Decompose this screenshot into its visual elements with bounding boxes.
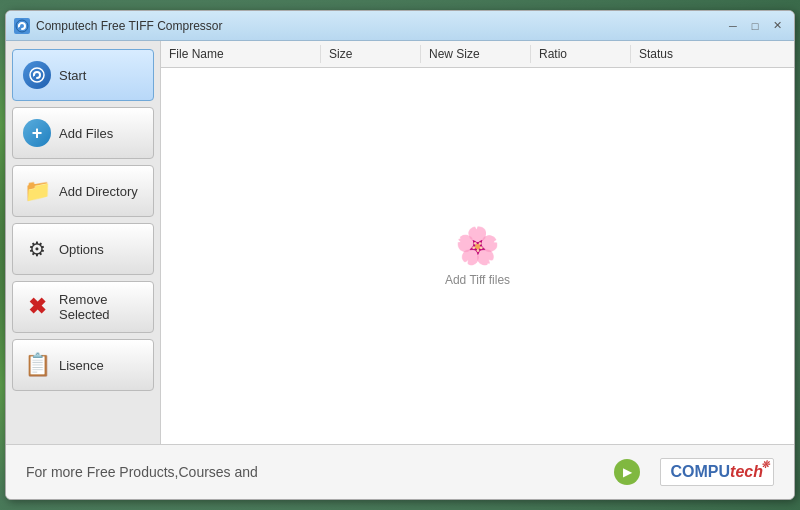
options-button[interactable]: ⚙ Options	[12, 223, 154, 275]
remove-icon: ✖	[23, 293, 51, 321]
add-directory-icon: 📁	[23, 177, 51, 205]
col-ratio-header: Ratio	[531, 45, 631, 63]
license-label: Lisence	[59, 358, 104, 373]
add-directory-button[interactable]: 📁 Add Directory	[12, 165, 154, 217]
close-button[interactable]: ✕	[768, 18, 786, 34]
add-directory-label: Add Directory	[59, 184, 138, 199]
start-button[interactable]: Start	[12, 49, 154, 101]
window-title: Computech Free TIFF Compressor	[36, 19, 724, 33]
add-files-label: Add Files	[59, 126, 113, 141]
remove-selected-button[interactable]: ✖ Remove Selected	[12, 281, 154, 333]
footer-logo: COMPUtech❊	[660, 458, 774, 486]
col-size-header: Size	[321, 45, 421, 63]
add-files-icon: +	[23, 119, 51, 147]
play-button[interactable]: ▶	[614, 459, 640, 485]
logo-compu: COMPU	[671, 463, 731, 481]
title-bar: Computech Free TIFF Compressor ─ □ ✕	[6, 11, 794, 41]
sidebar: Start + Add Files 📁 Add Directory ⚙ Opti…	[6, 41, 161, 444]
footer: For more Free Products,Courses and ▶ COM…	[6, 444, 794, 499]
footer-text: For more Free Products,Courses and	[26, 464, 594, 480]
empty-text: Add Tiff files	[445, 273, 510, 287]
license-button[interactable]: 📋 Lisence	[12, 339, 154, 391]
app-icon	[14, 18, 30, 34]
start-icon	[23, 61, 51, 89]
empty-icon: 🌸	[455, 225, 500, 267]
maximize-button[interactable]: □	[746, 18, 764, 34]
table-header: File Name Size New Size Ratio Status	[161, 41, 794, 68]
col-filename-header: File Name	[161, 45, 321, 63]
file-table-body: 🌸 Add Tiff files	[161, 68, 794, 444]
svg-point-0	[16, 20, 28, 32]
options-label: Options	[59, 242, 104, 257]
license-icon: 📋	[23, 351, 51, 379]
main-window: Computech Free TIFF Compressor ─ □ ✕	[5, 10, 795, 500]
svg-point-2	[30, 68, 44, 82]
window-controls: ─ □ ✕	[724, 18, 786, 34]
logo-tech: tech❊	[730, 463, 763, 481]
options-icon: ⚙	[23, 235, 51, 263]
add-files-button[interactable]: + Add Files	[12, 107, 154, 159]
col-newsize-header: New Size	[421, 45, 531, 63]
remove-selected-label: Remove Selected	[59, 292, 143, 322]
main-content: Start + Add Files 📁 Add Directory ⚙ Opti…	[6, 41, 794, 444]
file-area: File Name Size New Size Ratio Status 🌸 A…	[161, 41, 794, 444]
col-status-header: Status	[631, 45, 794, 63]
minimize-button[interactable]: ─	[724, 18, 742, 34]
start-label: Start	[59, 68, 86, 83]
